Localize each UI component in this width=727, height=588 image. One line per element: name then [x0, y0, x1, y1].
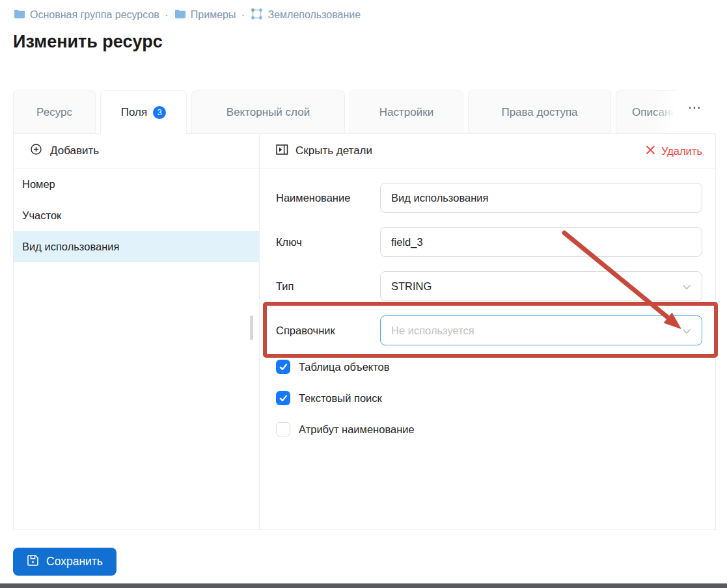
breadcrumb: Основная группа ресурсов · Примеры · Зем… — [14, 7, 361, 23]
chevron-down-icon — [682, 325, 691, 337]
vector-layer-icon — [251, 8, 263, 23]
tab-label: Права доступа — [501, 106, 577, 119]
breadcrumb-item-root[interactable]: Основная группа ресурсов — [14, 9, 159, 21]
field-list-panel: Добавить Номер Участок Вид использования — [14, 134, 260, 529]
delete-field-label: Удалить — [661, 145, 702, 157]
add-field-button[interactable]: Добавить — [14, 134, 259, 168]
save-button-label: Сохранить — [46, 555, 103, 568]
tab-fields-count-badge: 3 — [153, 106, 166, 119]
chevron-down-icon — [682, 280, 691, 293]
plus-circle-icon — [31, 144, 42, 158]
text-search-checkbox[interactable] — [276, 391, 290, 405]
breadcrumb-separator: · — [165, 10, 169, 21]
more-tabs-button[interactable]: ⋯ — [688, 100, 702, 115]
field-item-label: Вид использования — [22, 241, 119, 253]
key-field-label: Ключ — [276, 236, 380, 248]
field-list-item-vid-ispolzovaniya[interactable]: Вид использования — [14, 231, 259, 262]
tab-vector-layer[interactable]: Векторный слой — [191, 90, 345, 133]
checkbox-label: Атрибут наименование — [299, 423, 415, 436]
label-attribute-checkbox[interactable] — [276, 422, 290, 436]
checkbox-label: Таблица объектов — [299, 361, 390, 373]
save-button[interactable]: Сохранить — [13, 548, 117, 576]
add-field-label: Добавить — [50, 144, 99, 157]
type-field-label: Тип — [276, 280, 380, 293]
key-input[interactable] — [380, 227, 702, 257]
tab-resource[interactable]: Ресурс — [13, 90, 96, 133]
field-details-panel: Скрыть детали Удалить Наименование Ключ … — [260, 134, 715, 529]
tab-fields[interactable]: Поля 3 — [100, 90, 187, 134]
text-search-checkbox-row[interactable]: Текстовый поиск — [276, 391, 702, 405]
breadcrumb-item-examples[interactable]: Примеры — [174, 9, 236, 21]
lookup-table-select[interactable]: Не используется — [380, 315, 702, 345]
folder-icon — [14, 9, 25, 21]
fields-editor-panel: Добавить Номер Участок Вид использования… — [13, 133, 716, 530]
field-list-item-uchastok[interactable]: Участок — [14, 200, 259, 231]
close-icon — [646, 145, 655, 157]
breadcrumb-label: Землепользование — [267, 9, 361, 21]
breadcrumb-separator: · — [241, 10, 245, 21]
hide-details-button[interactable]: Скрыть детали — [276, 144, 372, 158]
page-title: Изменить ресурс — [13, 30, 163, 53]
field-list-item-nomer[interactable]: Номер — [14, 168, 259, 200]
label-attribute-checkbox-row[interactable]: Атрибут наименование — [276, 422, 702, 436]
delete-field-button[interactable]: Удалить — [646, 145, 702, 157]
type-field-row: Тип STRING — [276, 271, 702, 301]
feature-table-checkbox-row[interactable]: Таблица объектов — [276, 360, 702, 374]
tab-label: Настройки — [379, 106, 433, 119]
name-field-row: Наименование — [276, 183, 702, 213]
name-field-label: Наименование — [276, 192, 380, 204]
details-header: Скрыть детали Удалить — [260, 134, 715, 168]
lookup-table-placeholder: Не используется — [391, 325, 474, 337]
tab-bar: Ресурс Поля 3 Векторный слой Настройки П… — [13, 90, 702, 133]
folder-icon — [174, 9, 186, 21]
key-field-row: Ключ — [276, 227, 702, 257]
tab-label: Векторный слой — [226, 106, 310, 119]
feature-table-checkbox[interactable] — [276, 360, 290, 374]
lookup-table-field-row: Справочник Не используется — [276, 315, 702, 345]
type-select-value: STRING — [391, 280, 432, 293]
tab-permissions[interactable]: Права доступа — [468, 90, 611, 133]
field-item-label: Номер — [22, 178, 55, 191]
bottom-edge-bar — [0, 583, 727, 588]
tab-label: Поля — [121, 106, 147, 119]
tab-overflow-fade — [653, 91, 676, 133]
type-select[interactable]: STRING — [380, 271, 702, 301]
save-icon — [27, 554, 39, 570]
field-form: Наименование Ключ Тип STRING Справочник … — [260, 168, 715, 453]
tab-label: Ресурс — [36, 106, 72, 119]
tab-description[interactable]: Описание — [616, 90, 676, 133]
breadcrumb-item-resource[interactable]: Землепользование — [251, 8, 361, 23]
checkbox-label: Текстовый поиск — [299, 392, 382, 405]
field-item-label: Участок — [22, 209, 61, 222]
tab-settings[interactable]: Настройки — [350, 90, 463, 133]
breadcrumb-label: Основная группа ресурсов — [30, 9, 159, 21]
panel-splitter-handle[interactable] — [250, 315, 253, 340]
field-list: Номер Участок Вид использования — [14, 168, 259, 529]
hide-details-label: Скрыть детали — [295, 144, 372, 157]
lookup-table-field-label: Справочник — [276, 325, 380, 337]
collapse-panel-icon — [276, 144, 288, 158]
name-input[interactable] — [380, 183, 702, 213]
breadcrumb-label: Примеры — [191, 9, 236, 21]
